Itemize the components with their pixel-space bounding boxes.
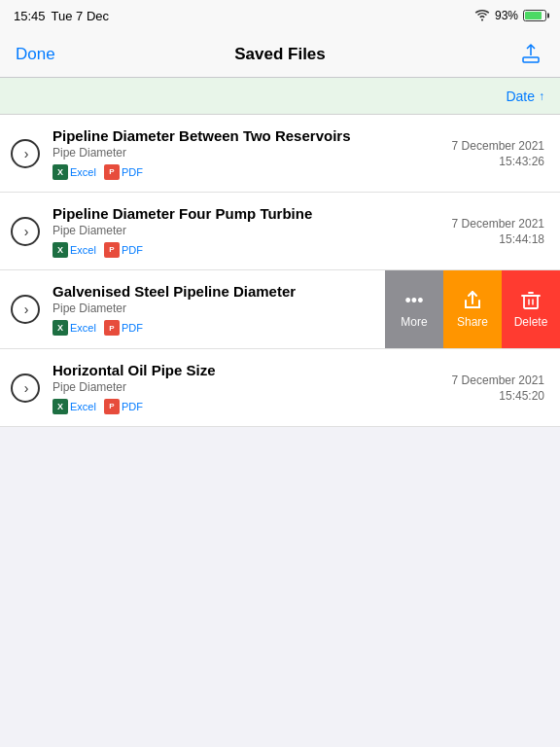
file-name: Galvenised Steel Pipeline Diameter [52,283,377,300]
file-badges: X Excel P PDF [52,242,437,258]
delete-label: Delete [514,315,548,329]
file-chevron-3[interactable]: › [0,295,43,324]
excel-label: Excel [70,401,96,412]
battery-percent: 93% [495,9,518,22]
excel-badge[interactable]: X Excel [52,164,96,180]
file-badges: X Excel P PDF [52,164,437,180]
more-action-button[interactable]: ••• More [385,270,443,348]
share-label: Share [457,315,488,329]
chevron-circle: › [11,139,40,168]
delete-action-button[interactable]: Delete [502,270,560,348]
file-info-1: Pipeline Diameter Between Two Reservoirs… [43,116,444,192]
upload-icon [520,44,542,65]
file-chevron-4[interactable]: › [0,374,43,403]
file-date-2: 7 December 2021 15:44:18 [444,205,560,258]
file-info-2: Pipeline Diameter Four Pump Turbine Pipe… [43,194,444,269]
chevron-right-icon: › [24,380,29,396]
done-button[interactable]: Done [16,45,55,64]
pdf-icon: P [104,320,120,336]
pdf-icon: P [104,164,120,180]
file-date-value: 7 December 2021 [452,217,544,231]
pdf-label: PDF [122,244,143,256]
excel-badge[interactable]: X Excel [52,320,96,336]
svg-rect-3 [524,296,538,308]
file-category: Pipe Diameter [52,224,437,237]
file-date-1: 7 December 2021 15:43:26 [444,127,560,180]
share-icon [462,290,483,311]
trash-icon [520,290,542,311]
file-chevron-2[interactable]: › [0,217,43,246]
status-left: 15:45 Tue 7 Dec [14,9,109,23]
pdf-label: PDF [122,322,143,334]
excel-label: Excel [70,244,96,256]
chevron-circle: › [11,374,40,403]
chevron-right-icon: › [24,146,29,161]
file-date-4: 7 December 2021 15:45:20 [444,362,560,414]
more-dots-icon: ••• [405,291,424,311]
excel-icon: X [52,164,68,180]
status-bar: 15:45 Tue 7 Dec 93% [0,0,560,31]
nav-share-button[interactable] [517,41,544,68]
file-date-value: 7 December 2021 [452,374,544,387]
pdf-badge[interactable]: P PDF [104,320,143,336]
file-name: Pipeline Diameter Between Two Reservoirs [52,127,437,144]
date: Tue 7 Dec [52,9,110,23]
file-item-swiped: › Galvenised Steel Pipeline Diameter Pip… [0,270,560,349]
excel-badge[interactable]: X Excel [52,242,96,258]
file-time-value: 15:43:26 [452,155,544,168]
swipe-actions: ••• More Share [385,270,560,348]
file-category: Pipe Diameter [52,380,437,394]
file-badges: X Excel P PDF [52,320,377,336]
file-list: › Pipeline Diameter Between Two Reservoi… [0,115,560,427]
file-category: Pipe Diameter [52,302,377,315]
battery-icon [523,10,546,21]
page-title: Saved Files [234,45,326,64]
chevron-right-icon: › [24,302,29,317]
chevron-circle: › [11,217,40,246]
file-item: › Pipeline Diameter Between Two Reservoi… [0,115,560,193]
chevron-circle: › [11,295,40,324]
file-category: Pipe Diameter [52,146,437,160]
file-item: › Horizontal Oil Pipe Size Pipe Diameter… [0,349,560,427]
pdf-badge[interactable]: P PDF [104,164,143,180]
excel-icon: X [52,320,68,336]
file-name: Horizontal Oil Pipe Size [52,362,437,378]
pdf-icon: P [104,242,120,258]
file-content-3: › Galvenised Steel Pipeline Diameter Pip… [0,271,385,347]
excel-label: Excel [70,166,96,178]
file-info-4: Horizontal Oil Pipe Size Pipe Diameter X… [43,350,444,426]
nav-bar: Done Saved Files [0,31,560,78]
sort-label: Date [506,89,535,104]
time: 15:45 [14,9,46,23]
pdf-icon: P [104,399,120,414]
sort-button[interactable]: Date ↑ [506,89,544,104]
status-right: 93% [474,9,546,22]
sort-arrow-icon: ↑ [539,89,544,103]
file-chevron-1[interactable]: › [0,139,43,168]
wifi-icon [474,10,490,21]
svg-rect-0 [523,57,539,62]
file-name: Pipeline Diameter Four Pump Turbine [52,205,437,222]
file-time-value: 15:45:20 [452,389,544,403]
excel-icon: X [52,242,68,258]
file-time-value: 15:44:18 [452,232,544,246]
excel-badge[interactable]: X Excel [52,399,96,414]
pdf-label: PDF [122,401,143,412]
more-label: More [401,315,427,329]
sort-bar: Date ↑ [0,78,560,115]
pdf-badge[interactable]: P PDF [104,242,143,258]
file-date-value: 7 December 2021 [452,139,544,153]
share-action-button[interactable]: Share [443,270,502,348]
pdf-badge[interactable]: P PDF [104,399,143,414]
file-badges: X Excel P PDF [52,399,437,414]
excel-icon: X [52,399,68,414]
file-item: › Pipeline Diameter Four Pump Turbine Pi… [0,193,560,270]
chevron-right-icon: › [24,224,29,239]
excel-label: Excel [70,322,96,334]
file-info-3: Galvenised Steel Pipeline Diameter Pipe … [43,271,385,347]
pdf-label: PDF [122,166,143,178]
